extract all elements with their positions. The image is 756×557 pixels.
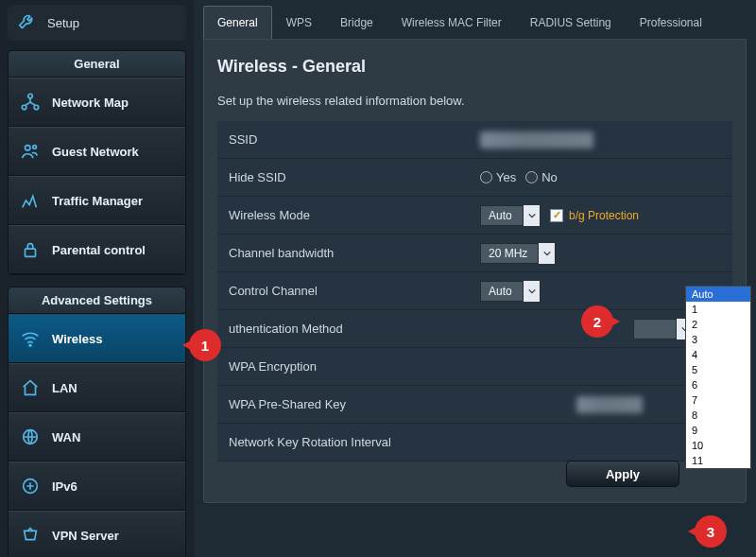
sidebar-section-advanced: Advanced Settings (8, 287, 186, 313)
option[interactable]: 2 (686, 317, 750, 332)
tab-general[interactable]: General (203, 6, 272, 39)
label-wpa-encryption: WPA Encryption (217, 350, 472, 383)
sidebar-item-label: Traffic Manager (52, 194, 143, 208)
sidebar-item-label: Guest Network (52, 145, 139, 159)
option[interactable]: 10 (686, 438, 750, 453)
option[interactable]: 6 (686, 377, 750, 392)
annotation-pin-2: 2 (581, 305, 613, 338)
row-control-channel: Control Channel Auto (217, 272, 732, 310)
page-subtitle: Set up the wireless related information … (217, 94, 732, 108)
option[interactable]: 5 (686, 362, 750, 377)
option[interactable]: 7 (686, 392, 750, 408)
label-control-channel: Control Channel (217, 274, 472, 307)
sidebar: Setup General Network Map Guest Network … (0, 0, 194, 557)
row-auth-method: uthentication Method (217, 310, 732, 348)
label-key-rotation: Network Key Rotation Interval (217, 426, 472, 459)
option[interactable]: 1 (686, 302, 750, 317)
label-auth-method: uthentication Method (217, 312, 472, 345)
network-map-icon (20, 92, 41, 113)
chevron-down-icon (538, 243, 555, 264)
row-wpa-psk: WPA Pre-Shared Key (217, 386, 732, 424)
row-ssid: SSID (217, 121, 732, 159)
select-channel-bandwidth[interactable]: 20 MHz (480, 243, 556, 264)
option[interactable]: 8 (686, 408, 750, 423)
option[interactable]: 4 (686, 347, 750, 362)
wireless-icon (20, 328, 41, 349)
select-control-channel[interactable]: Auto (480, 281, 541, 302)
annotation-pin-1: 1 (189, 329, 221, 361)
sidebar-item-ipv6[interactable]: IPv6 (9, 461, 185, 511)
tabs: General WPS Bridge Wireless MAC Filter R… (203, 6, 747, 40)
tab-wps[interactable]: WPS (272, 6, 326, 39)
lock-icon (20, 239, 41, 260)
control-channel-dropdown[interactable]: Auto 1 2 3 4 5 6 7 8 9 10 11 (685, 286, 751, 469)
sidebar-item-label: VPN Server (52, 529, 119, 543)
traffic-icon (20, 190, 41, 211)
wpa-psk-value[interactable] (576, 396, 643, 413)
main: General WPS Bridge Wireless MAC Filter R… (194, 0, 756, 557)
row-hide-ssid: Hide SSID Yes No (217, 159, 732, 197)
option[interactable]: Auto (686, 287, 750, 302)
sidebar-item-network-map[interactable]: Network Map (9, 78, 185, 127)
sidebar-item-guest-network[interactable]: Guest Network (9, 127, 185, 176)
label-hide-ssid: Hide SSID (217, 161, 472, 194)
svg-point-4 (33, 146, 37, 149)
tab-professional[interactable]: Professional (626, 6, 716, 39)
home-icon (20, 377, 41, 398)
option[interactable]: 9 (686, 423, 750, 438)
row-channel-bandwidth: Channel bandwidth 20 MHz (217, 235, 732, 272)
tab-mac-filter[interactable]: Wireless MAC Filter (387, 6, 516, 39)
checkbox-bg-protection[interactable]: ✓ b/g Protection (550, 209, 639, 222)
chevron-down-icon (523, 281, 540, 302)
tab-bridge[interactable]: Bridge (326, 6, 387, 39)
guest-icon (20, 141, 41, 162)
annotation-pin-3: 3 (695, 515, 727, 548)
sidebar-item-label: IPv6 (52, 479, 77, 494)
sidebar-item-setup[interactable]: Setup (8, 5, 186, 41)
ssid-value[interactable] (480, 131, 593, 148)
select-wireless-mode[interactable]: Auto (480, 205, 541, 226)
sidebar-item-label: Setup (47, 16, 79, 30)
sidebar-item-parental-control[interactable]: Parental control (9, 225, 185, 274)
option[interactable]: 3 (686, 332, 750, 347)
label-ssid: SSID (217, 123, 472, 156)
svg-point-6 (29, 344, 31, 346)
ipv6-icon (20, 476, 41, 496)
row-wpa-encryption: WPA Encryption (217, 348, 732, 386)
row-wireless-mode: Wireless Mode Auto ✓ b/g Protection (217, 197, 732, 235)
sidebar-item-vpn-server[interactable]: VPN Server (9, 511, 185, 557)
radio-hide-ssid-no[interactable]: No (525, 170, 558, 184)
radio-hide-ssid-yes[interactable]: Yes (480, 170, 516, 184)
page-title: Wireless - General (217, 57, 732, 77)
chevron-down-icon (523, 205, 540, 226)
option[interactable]: 11 (686, 453, 750, 468)
sidebar-item-traffic-manager[interactable]: Traffic Manager (9, 176, 185, 225)
svg-point-0 (28, 94, 33, 98)
svg-point-3 (26, 146, 31, 151)
sidebar-section-general: General (8, 50, 186, 77)
apply-button[interactable]: Apply (566, 461, 679, 487)
sidebar-item-label: Wireless (52, 332, 102, 346)
svg-rect-5 (26, 249, 36, 256)
panel: Wireless - General Set up the wireless r… (203, 40, 747, 503)
label-channel-bandwidth: Channel bandwidth (217, 236, 472, 270)
label-wpa-psk: WPA Pre-Shared Key (217, 388, 472, 421)
sidebar-group-general: Network Map Guest Network Traffic Manage… (8, 77, 186, 275)
sidebar-item-label: LAN (52, 381, 77, 395)
tab-radius[interactable]: RADIUS Setting (516, 6, 626, 39)
sidebar-item-label: WAN (52, 430, 80, 444)
sidebar-item-wan[interactable]: WAN (9, 412, 185, 461)
sidebar-item-label: Network Map (52, 96, 129, 110)
wrench-icon (17, 12, 38, 33)
sidebar-group-advanced: Wireless LAN WAN IPv6 VPN Server (8, 313, 186, 557)
sidebar-item-wireless[interactable]: Wireless (9, 314, 185, 363)
sidebar-item-lan[interactable]: LAN (9, 363, 185, 412)
row-key-rotation: Network Key Rotation Interval (217, 424, 732, 461)
globe-icon (20, 426, 41, 447)
sidebar-item-label: Parental control (52, 243, 146, 257)
vpn-icon (20, 525, 41, 546)
label-wireless-mode: Wireless Mode (217, 199, 472, 232)
